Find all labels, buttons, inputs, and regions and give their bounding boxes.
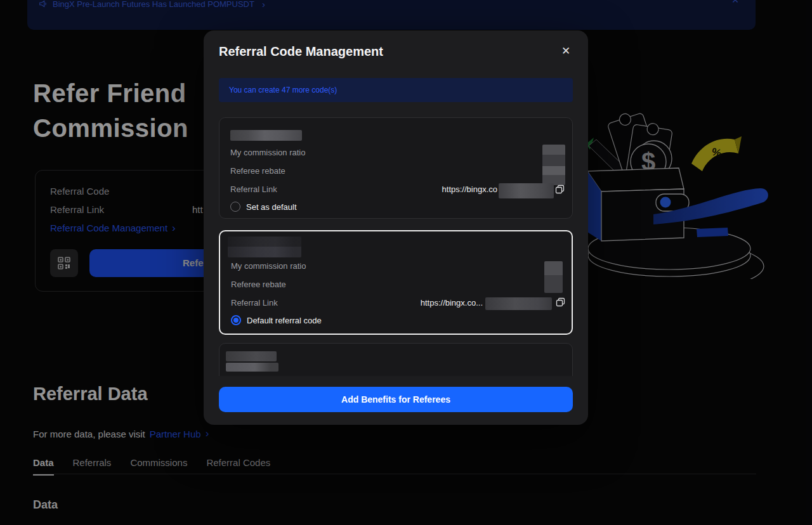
redacted-values xyxy=(544,261,563,293)
add-benefits-button[interactable]: Add Benefits for Referees xyxy=(219,387,573,412)
commission-ratio-label: My commission ratio xyxy=(231,261,306,272)
redacted-code-name xyxy=(230,130,302,141)
default-referral-label: Default referral code xyxy=(247,316,322,325)
redacted-code-name xyxy=(226,363,278,372)
referral-link-label: Referral Link xyxy=(231,297,278,309)
close-icon[interactable]: ✕ xyxy=(558,43,574,60)
redacted-code-name xyxy=(228,237,301,257)
copy-icon[interactable] xyxy=(555,185,565,194)
referee-rebate-label: Referee rebate xyxy=(230,165,285,177)
modal-title: Referral Code Management xyxy=(219,44,383,59)
redacted-link xyxy=(499,183,554,198)
set-default-radio[interactable] xyxy=(230,202,240,212)
copy-icon[interactable] xyxy=(556,297,565,307)
set-default-label: Set as default xyxy=(246,202,297,212)
referral-link-value: https://bingx.co xyxy=(442,184,497,195)
commission-ratio-label: My commission ratio xyxy=(230,147,305,159)
codes-remaining-notice: You can create 47 more code(s) xyxy=(219,78,573,102)
redacted-link xyxy=(485,297,552,310)
referral-link-label: Referral Link xyxy=(230,184,277,195)
referral-code-list: My commission ratio Referee rebate Refer… xyxy=(219,117,573,376)
referral-code-item[interactable] xyxy=(219,343,573,376)
default-radio-selected[interactable] xyxy=(231,315,241,325)
referral-code-item-selected[interactable]: My commission ratio Referee rebate Refer… xyxy=(219,230,573,335)
redacted-code-name xyxy=(226,351,277,361)
redacted-values xyxy=(542,145,565,185)
referee-rebate-label: Referee rebate xyxy=(231,279,286,290)
referral-code-item[interactable]: My commission ratio Referee rebate Refer… xyxy=(219,117,573,219)
referral-link-value: https://bingx.co... xyxy=(421,297,483,309)
referral-code-management-modal: Referral Code Management ✕ You can creat… xyxy=(204,30,588,425)
